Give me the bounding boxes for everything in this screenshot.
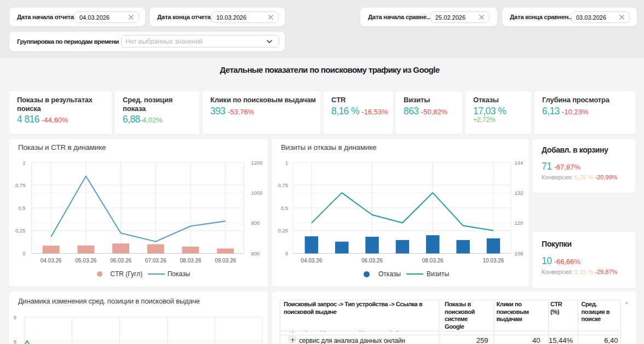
svg-text:06.03.26: 06.03.26 [361,258,383,264]
svg-text:04.03.26: 04.03.26 [41,258,62,264]
svg-text:05.03.26: 05.03.26 [75,258,96,264]
svg-text:1: 1 [22,160,25,166]
svg-text:144: 144 [515,160,524,166]
svg-text:8: 8 [14,339,16,344]
svg-text:09.03.26: 09.03.26 [215,258,236,264]
svg-text:10.03.26: 10.03.26 [482,258,504,264]
svg-text:0,25: 0,25 [278,228,289,234]
svg-text:04.03.26: 04.03.26 [301,258,322,264]
svg-text:600: 600 [251,250,260,256]
svg-text:06.03.26: 06.03.26 [110,258,131,264]
svg-text:0,25: 0,25 [15,228,26,234]
svg-text:9: 9 [14,314,16,320]
svg-text:0,5: 0,5 [18,205,25,211]
svg-text:0,5: 0,5 [281,205,288,211]
svg-text:120: 120 [515,220,524,226]
svg-text:1: 1 [285,160,288,166]
svg-text:1200: 1200 [251,160,263,166]
svg-text:0,75: 0,75 [278,182,289,188]
svg-text:800: 800 [251,220,260,226]
svg-text:07.03.26: 07.03.26 [145,258,166,264]
svg-text:0,75: 0,75 [15,182,26,188]
svg-text:1000: 1000 [251,190,263,196]
svg-text:08.03.26: 08.03.26 [422,258,444,264]
svg-text:08.03.26: 08.03.26 [180,258,202,264]
svg-text:0: 0 [22,250,25,256]
svg-text:108: 108 [515,250,524,256]
svg-text:132: 132 [515,190,524,196]
svg-text:0: 0 [285,250,288,256]
